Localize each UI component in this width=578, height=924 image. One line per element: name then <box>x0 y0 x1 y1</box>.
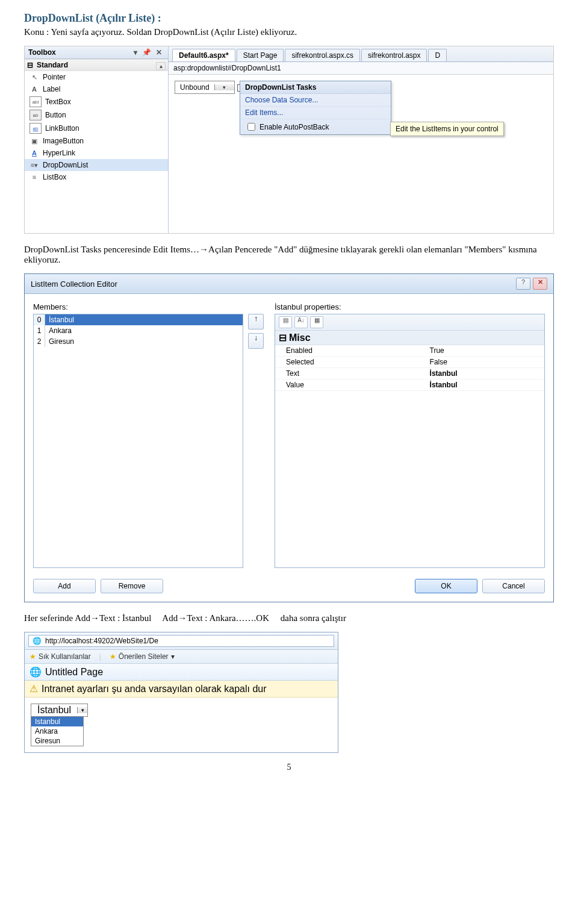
tab-more[interactable]: D <box>428 49 447 61</box>
smart-item-datasource[interactable]: Choose Data Source... <box>240 94 391 107</box>
prop-row-selected[interactable]: SelectedFalse <box>275 357 544 368</box>
member-row-2[interactable]: 2Giresun <box>34 336 243 347</box>
dropdown-option-0[interactable]: Istanbul <box>31 717 83 726</box>
page-number: 5 <box>24 763 554 772</box>
ie-page-icon: 🌐 <box>30 666 42 678</box>
tab-sifrekontrol-aspx[interactable]: sifrekontrol.aspx <box>361 49 427 61</box>
dialog-titlebar[interactable]: ListItem Collection Editor ? ✕ <box>25 274 553 294</box>
smart-panel-title: DropDownList Tasks <box>240 81 391 94</box>
member-row-1[interactable]: 1Ankara <box>34 325 243 336</box>
toolbox-item-hyperlink[interactable]: AHyperLink <box>25 147 168 159</box>
dropdown-options-list: Istanbul Ankara Giresun <box>31 717 84 746</box>
property-pages-icon[interactable]: ▦ <box>310 316 323 328</box>
suggested-sites-link[interactable]: ★Önerilen Siteler <box>110 652 175 661</box>
add-button[interactable]: Add <box>33 579 96 593</box>
toolbox-item-listbox[interactable]: ≡ListBox <box>25 171 168 183</box>
imagebutton-icon: ▣ <box>30 136 39 146</box>
categorized-icon[interactable]: ▤ <box>279 316 292 328</box>
prop-category-misc[interactable]: ⊟Misc <box>275 331 544 345</box>
chevron-down-icon <box>171 652 175 661</box>
members-label: Members: <box>33 302 269 311</box>
remove-button[interactable]: Remove <box>101 579 163 593</box>
help-icon[interactable]: ? <box>516 278 530 290</box>
dropdownlist-control[interactable]: Unbound <box>175 81 235 94</box>
prop-row-value[interactable]: Valueİstanbul <box>275 379 544 391</box>
url-text: http://localhost:49202/WebSite1/De <box>45 637 158 645</box>
collapse-icon: ⊟ <box>279 332 287 343</box>
infobar-text: Intranet ayarları şu anda varsayılan ola… <box>42 684 267 695</box>
para-3: Her seferinde Add→Text : İstanbul Add→Te… <box>24 613 554 623</box>
browser-screenshot: 🌐 http://localhost:49202/WebSite1/De ★Sı… <box>24 632 338 753</box>
toolbox-item-dropdownlist[interactable]: ≡▾DropDownList <box>25 159 168 171</box>
chevron-down-icon[interactable] <box>214 84 234 90</box>
warning-icon: ⚠ <box>30 683 38 695</box>
document-tabs: Default6.aspx* Start Page sifrekontrol.a… <box>169 46 553 62</box>
toolbox-category[interactable]: ⊟ Standard <box>25 59 168 71</box>
tab-startpage[interactable]: Start Page <box>237 49 284 61</box>
favorites-button[interactable]: ★Sık Kullanılanlar <box>30 652 91 661</box>
url-field[interactable]: 🌐 http://localhost:49202/WebSite1/De <box>28 635 334 647</box>
toolbox-header: Toolbox ▾ 📌 ✕ <box>25 46 168 59</box>
breadcrumb[interactable]: asp:dropdownlist#DropDownList1 <box>169 62 553 75</box>
alphabetical-icon[interactable]: A↓ <box>294 316 308 328</box>
chevron-down-icon[interactable] <box>77 707 87 713</box>
pointer-icon: ↖ <box>30 72 39 82</box>
toolbox-item-textbox[interactable]: ablTextBox <box>25 95 168 108</box>
toolbox-panel: Toolbox ▾ 📌 ✕ ⊟ Standard ▴ ↖Pointer ALab… <box>25 46 169 233</box>
designer-panel: Default6.aspx* Start Page sifrekontrol.a… <box>169 46 553 233</box>
toolbox-item-pointer[interactable]: ↖Pointer <box>25 71 168 83</box>
toolbox-item-button[interactable]: abButton <box>25 108 168 122</box>
toolbox-item-imagebutton[interactable]: ▣ImageButton <box>25 135 168 147</box>
close-icon[interactable]: ✕ <box>154 48 164 57</box>
dropdown-select[interactable]: İstanbul <box>31 704 88 717</box>
prop-row-enabled[interactable]: EnabledTrue <box>275 345 544 357</box>
pin-icon[interactable]: 📌 <box>140 48 154 57</box>
information-bar[interactable]: ⚠ Intranet ayarları şu anda varsayılan o… <box>25 681 338 698</box>
dropdown-option-2[interactable]: Giresun <box>31 736 83 746</box>
move-up-button[interactable]: ↑ <box>248 314 264 329</box>
linkbutton-icon: ab <box>30 123 42 134</box>
para-2: DropDownList Tasks penceresinde Edit Ite… <box>24 245 554 265</box>
properties-label: İstanbul properties: <box>275 302 545 311</box>
design-canvas[interactable]: Unbound < DropDownList Tasks Choose Data… <box>169 75 553 219</box>
tab-sifrekontrol-cs[interactable]: sifrekontrol.aspx.cs <box>285 49 360 61</box>
move-down-button[interactable]: ↓ <box>248 333 264 349</box>
tab-default6[interactable]: Default6.aspx* <box>172 49 235 61</box>
ok-button[interactable]: OK <box>415 579 477 593</box>
intro-para: Konu : Yeni sayfa açıyoruz. Soldan DropD… <box>24 27 554 37</box>
sort-up-icon[interactable]: ▴ <box>156 62 166 70</box>
close-icon[interactable]: ✕ <box>533 278 547 290</box>
address-bar: 🌐 http://localhost:49202/WebSite1/De <box>25 632 338 650</box>
autopostback-checkbox[interactable] <box>247 123 255 131</box>
favorites-bar: ★Sık Kullanılanlar | ★Önerilen Siteler <box>25 650 338 664</box>
dropdown-value: İstanbul <box>31 705 77 716</box>
browser-content: İstanbul Istanbul Ankara Giresun <box>25 698 338 752</box>
tooltip: Edit the ListItems in your control <box>390 122 504 136</box>
prop-row-text[interactable]: Textİstanbul <box>275 368 544 379</box>
smart-item-autopostback[interactable]: Enable AutoPostBack <box>240 119 391 134</box>
members-listbox[interactable]: 0İstanbul 1Ankara 2Giresun <box>33 314 243 568</box>
doc-title: DropDownList (Açılır Liste) : <box>24 12 554 25</box>
textbox-icon: abl <box>30 96 42 107</box>
toolbox-item-label[interactable]: ALabel <box>25 83 168 95</box>
page-tab[interactable]: 🌐 Untitled Page <box>25 664 338 681</box>
cancel-button[interactable]: Cancel <box>482 579 545 593</box>
page-title: Untitled Page <box>45 667 103 678</box>
dropdown-option-1[interactable]: Ankara <box>31 726 83 736</box>
ddl-text: Unbound <box>175 83 214 92</box>
listbox-icon: ≡ <box>30 172 39 182</box>
dropdownlist-icon: ≡▾ <box>30 160 39 170</box>
property-grid[interactable]: ▤ A↓ ▦ ⊟Misc EnabledTrue SelectedFalse T… <box>275 314 545 568</box>
toolbox-item-linkbutton[interactable]: abLinkButton <box>25 122 168 135</box>
star-icon: ★ <box>30 652 36 661</box>
smart-item-edititems[interactable]: Edit Items... <box>240 107 391 119</box>
dialog-title: ListItem Collection Editor <box>31 279 117 289</box>
collapse-icon: ⊟ <box>27 61 33 69</box>
autopostback-label: Enable AutoPostBack <box>259 123 329 131</box>
member-row-0[interactable]: 0İstanbul <box>34 314 243 325</box>
category-label: Standard <box>37 61 68 69</box>
toolbox-title: Toolbox <box>28 48 56 57</box>
chevron-down-icon[interactable]: ▾ <box>131 48 140 57</box>
hyperlink-icon: A <box>30 148 39 158</box>
propgrid-toolbar: ▤ A↓ ▦ <box>275 314 544 331</box>
